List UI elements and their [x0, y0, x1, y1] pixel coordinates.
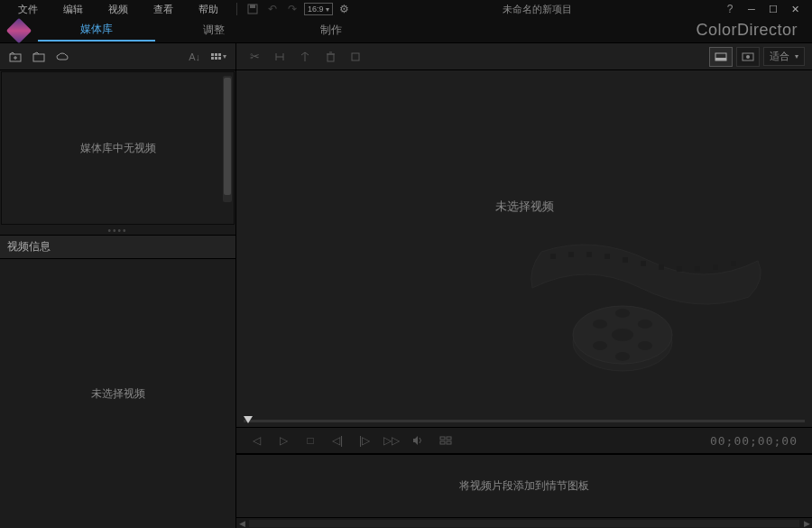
stop-button: ◁ — [244, 430, 269, 451]
svg-rect-4 — [328, 54, 334, 61]
split-icon — [294, 47, 316, 67]
aspect-ratio-selector[interactable]: 16:9▾ — [304, 3, 333, 15]
record-button: □ — [298, 430, 323, 451]
svg-rect-15 — [641, 261, 646, 266]
film-reel-graphic — [523, 234, 776, 396]
prev-frame-button: ◁| — [325, 430, 350, 451]
zoom-fit-label: 适合 — [770, 50, 789, 63]
playhead-icon[interactable] — [244, 416, 253, 423]
snapshot-icon — [433, 430, 458, 451]
preview-empty-text: 未选择视频 — [495, 199, 554, 215]
svg-rect-19 — [713, 264, 718, 270]
video-info-body: 未选择视频 — [0, 259, 235, 528]
settings-icon[interactable]: ⚙ — [337, 2, 353, 16]
video-info-header: 视频信息 — [0, 235, 235, 259]
timecode-display: 00;00;00;00 — [710, 434, 805, 448]
svg-point-23 — [612, 329, 633, 341]
svg-rect-17 — [677, 266, 682, 272]
delete-icon — [319, 47, 341, 67]
trim-icon — [269, 47, 291, 67]
view-mode-button[interactable]: ▾ — [208, 51, 230, 62]
next-frame-button: |▷ — [352, 430, 377, 451]
cut-icon: ✂ — [244, 47, 265, 67]
menu-edit[interactable]: 编辑 — [52, 1, 94, 18]
svg-point-29 — [615, 352, 630, 361]
window-controls: ─ ☐ ✕ — [742, 2, 805, 16]
scroll-right-icon[interactable]: ▶ — [801, 518, 812, 528]
sort-button[interactable]: A↓ — [185, 51, 204, 62]
svg-rect-32 — [440, 441, 445, 444]
timeline-scrubber[interactable] — [236, 414, 812, 427]
crop-icon — [345, 47, 366, 67]
import-folder-icon[interactable] — [29, 47, 49, 67]
left-panel: A↓ ▾ 媒体库中无视频 •••• 视频信息 未选择视频 — [0, 43, 236, 528]
svg-point-9 — [746, 55, 750, 59]
maximize-button[interactable]: ☐ — [763, 2, 783, 16]
help-icon[interactable]: ? — [722, 2, 738, 16]
close-button[interactable]: ✕ — [785, 2, 805, 16]
zoom-fit-select[interactable]: 适合 ▾ — [763, 47, 805, 66]
menu-help[interactable]: 帮助 — [188, 1, 229, 18]
redo-icon: ↷ — [284, 2, 300, 16]
view-single-button[interactable] — [709, 47, 733, 67]
app-logo — [0, 18, 38, 43]
tab-adjust[interactable]: 调整 — [155, 20, 272, 42]
scroll-left-icon[interactable]: ◀ — [236, 518, 247, 528]
tab-produce[interactable]: 制作 — [272, 20, 390, 42]
media-empty-text: 媒体库中无视频 — [80, 141, 156, 156]
svg-rect-10 — [550, 254, 556, 259]
svg-rect-3 — [33, 54, 44, 61]
main-area: A↓ ▾ 媒体库中无视频 •••• 视频信息 未选择视频 ✂ — [0, 43, 812, 528]
svg-rect-18 — [695, 266, 700, 272]
playback-controls: ◁ ▷ □ ◁| |▷ ▷▷ 00;00;00;00 — [236, 427, 812, 454]
svg-rect-20 — [731, 261, 736, 266]
grid-icon — [211, 53, 221, 60]
brand-label: ColorDirector — [696, 21, 798, 40]
tab-row: 媒体库 调整 制作 ColorDirector — [0, 18, 812, 43]
vertical-scrollbar[interactable] — [223, 76, 232, 202]
right-panel: ✂ 适合 ▾ — [236, 43, 812, 528]
menu-view[interactable]: 查看 — [143, 1, 184, 18]
project-title: 未命名的新项目 — [356, 3, 718, 16]
chevron-down-icon: ▾ — [223, 52, 226, 60]
import-file-icon[interactable] — [5, 47, 25, 67]
svg-point-26 — [593, 341, 607, 350]
volume-icon — [406, 430, 431, 451]
svg-rect-14 — [623, 257, 628, 263]
svg-rect-16 — [659, 264, 664, 270]
svg-rect-13 — [604, 254, 610, 259]
svg-rect-30 — [440, 437, 445, 440]
svg-point-28 — [615, 309, 630, 318]
storyboard-hint-text: 将视频片段添加到情节图板 — [459, 478, 589, 494]
media-library-area[interactable]: 媒体库中无视频 — [1, 71, 235, 225]
svg-rect-1 — [250, 5, 255, 8]
play-button: ▷ — [271, 430, 296, 451]
svg-rect-7 — [715, 58, 726, 60]
view-compare-button[interactable] — [736, 47, 760, 67]
menubar: 文件 编辑 视频 查看 帮助 ↶ ↷ 16:9▾ ⚙ 未命名的新项目 ? ─ ☐… — [0, 0, 812, 18]
svg-rect-33 — [447, 441, 451, 444]
menu-file[interactable]: 文件 — [7, 1, 49, 18]
svg-point-27 — [638, 341, 652, 350]
minimize-button[interactable]: ─ — [742, 2, 761, 16]
svg-rect-12 — [586, 252, 592, 257]
tab-library[interactable]: 媒体库 — [38, 20, 155, 42]
cloud-icon[interactable] — [52, 47, 72, 67]
horizontal-scrollbar[interactable]: ◀ ▶ — [236, 517, 812, 528]
preview-area: 未选择视频 — [236, 70, 812, 414]
aspect-ratio-label: 16:9 — [308, 5, 324, 14]
svg-rect-11 — [568, 252, 574, 257]
svg-rect-5 — [352, 53, 359, 60]
svg-rect-31 — [447, 437, 451, 440]
save-icon — [245, 2, 261, 16]
svg-point-24 — [593, 320, 607, 329]
svg-point-25 — [638, 320, 652, 329]
separator — [236, 3, 237, 15]
preview-toolbar: ✂ 适合 ▾ — [236, 43, 812, 70]
library-toolbar: A↓ ▾ — [0, 43, 235, 70]
panel-resize-handle[interactable]: •••• — [0, 226, 235, 235]
undo-icon: ↶ — [264, 2, 281, 16]
storyboard-area[interactable]: 将视频片段添加到情节图板 — [236, 454, 812, 517]
menu-video[interactable]: 视频 — [97, 1, 139, 18]
chevron-down-icon: ▾ — [795, 52, 798, 60]
